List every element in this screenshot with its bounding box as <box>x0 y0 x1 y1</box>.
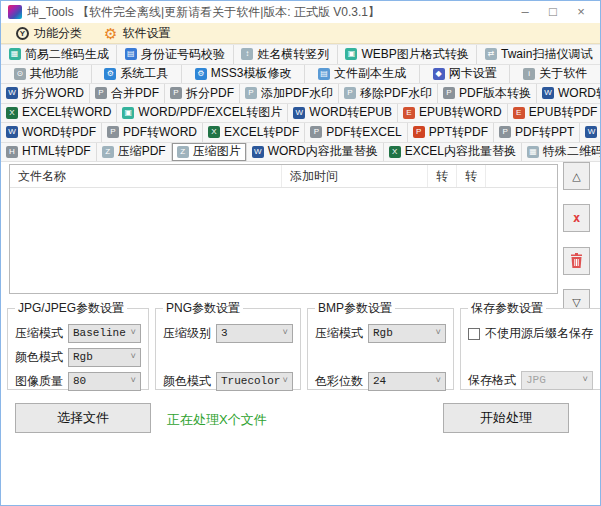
toolbar-button-twain-scanner-debug[interactable]: ⇄Twain扫描仪调试 <box>477 45 600 64</box>
jpg-color-mode-select[interactable]: Rgb ˅ <box>68 348 141 367</box>
field-label: 压缩模式 <box>315 325 363 342</box>
select-value: JPG <box>526 374 546 386</box>
toolbar-button-add-pdf-watermark[interactable]: P添加PDF水印 <box>240 84 339 103</box>
toolbar-button-pdf-to-ppt[interactable]: PPDF转PPT <box>494 123 580 142</box>
app-window: 坤_Tools 【软件完全离线|更新请看关于软件|版本: 正式版 V0.3.1】… <box>0 0 601 506</box>
toolbar-button-split-pdf[interactable]: P拆分PDF <box>165 84 240 103</box>
chevron-down-icon: ˅ <box>436 376 441 386</box>
add-pdf-watermark-icon: P <box>245 87 257 99</box>
toolbar-button-other-functions[interactable]: ⊙其他功能 <box>1 65 92 84</box>
start-process-button[interactable]: 开始处理 <box>443 403 569 433</box>
toolbar-button-pdf-to-excel[interactable]: PPDF转EXCEL <box>305 123 407 142</box>
toolbar-button-compress-image[interactable]: Z压缩图片 <box>172 143 247 162</box>
pdf-to-excel-icon: P <box>310 126 322 138</box>
toolbar-button-network-card-settings[interactable]: ◆网卡设置 <box>420 65 511 84</box>
maximize-button[interactable]: □ <box>539 2 567 22</box>
chevron-down-icon: ˅ <box>436 328 441 338</box>
pdf-version-convert-icon: P <box>443 87 455 99</box>
png-compress-level-select[interactable]: 3 ˅ <box>216 324 293 343</box>
toolbar-button-merge-word[interactable]: W合并WORD <box>580 123 601 142</box>
bmp-compress-mode-select[interactable]: Rgb ˅ <box>368 324 446 343</box>
toolbar-button-file-copy-generate[interactable]: ▤文件副本生成 <box>305 65 420 84</box>
toolbar-button-special-qr-check[interactable]: ▦特殊二维码校验 <box>522 143 601 162</box>
select-value: 3 <box>221 327 228 339</box>
jpg-image-quality-select[interactable]: 80 ˅ <box>68 372 141 391</box>
menu-software-settings[interactable]: ⚙ 软件设置 <box>93 23 181 43</box>
network-card-settings-icon: ◆ <box>433 68 445 80</box>
toolbar-button-label: 合并PDF <box>111 85 159 102</box>
toolbar-button-label: WORD/PDF/EXCEL转图片 <box>138 104 282 121</box>
window-controls: – □ × <box>511 2 595 22</box>
toolbar-button-epub-to-pdf[interactable]: EEPUB转PDF <box>508 104 601 123</box>
column-header-added-time[interactable]: 添加时间 <box>282 165 428 187</box>
toolbar-button-label: WEBP图片格式转换 <box>361 46 468 63</box>
toolbar-button-about-software[interactable]: i关于软件 <box>510 65 600 84</box>
png-color-mode-select[interactable]: Truecolor ˅ <box>216 372 293 391</box>
id-number-check-icon: ▤ <box>125 48 137 60</box>
excel-to-word-icon: X <box>6 107 18 119</box>
move-up-button[interactable]: △ <box>563 162 590 190</box>
menu-bar: Y 功能分类 ⚙ 软件设置 <box>1 23 600 44</box>
merge-pdf-icon: P <box>95 87 107 99</box>
toolbar-button-excel-to-pdf[interactable]: XEXCEL转PDF <box>203 123 305 142</box>
toolbar-button-pdf-to-word[interactable]: PPDF转WORD <box>102 123 203 142</box>
toolbar-button-label: 特殊二维码校验 <box>543 143 601 160</box>
column-header-filename[interactable]: 文件名称 <box>10 165 282 187</box>
status-text: 正在处理X个文件 <box>167 411 267 429</box>
toolbar-button-excel-to-word[interactable]: XEXCEL转WORD <box>1 104 117 123</box>
chevron-down-icon: ˅ <box>131 328 136 338</box>
save-params-section: 保存参数设置 不使用源后缀名保存 保存格式 JPG ˅ <box>460 300 601 390</box>
column-header-convert-1[interactable]: 转 <box>428 165 457 187</box>
select-files-button[interactable]: 选择文件 <box>15 403 151 433</box>
toolbar-button-word-batch-replace[interactable]: WWORD内容批量替换 <box>247 143 384 162</box>
toolbar-button-mss3-template-edit[interactable]: ⚙MSS3模板修改 <box>182 65 305 84</box>
toolbar-button-label: 移除PDF水印 <box>360 85 432 102</box>
toolbar-button-compress-pdf[interactable]: Z压缩PDF <box>97 143 172 162</box>
excel-to-pdf-icon: X <box>208 126 220 138</box>
toolbar-button-remove-pdf-watermark[interactable]: P移除PDF水印 <box>339 84 438 103</box>
toolbar-button-html-to-pdf[interactable]: HHTML转PDF <box>1 143 97 162</box>
field-label: 压缩级别 <box>163 325 211 342</box>
webp-convert-icon: ▣ <box>345 48 357 60</box>
menu-function-category[interactable]: Y 功能分类 <box>5 23 93 43</box>
toolbar-button-split-word[interactable]: W拆分WORD <box>1 84 90 103</box>
toolbar-button-epub-to-word[interactable]: EEPUB转WORD <box>398 104 508 123</box>
clear-list-button[interactable] <box>563 247 590 275</box>
toolbar-button-word-to-epub[interactable]: WWORD转EPUB <box>288 104 398 123</box>
compress-pdf-icon: Z <box>102 146 114 158</box>
field-label: 颜色模式 <box>163 373 211 390</box>
minimize-button[interactable]: – <box>511 2 539 22</box>
toolbar-button-word-to-pdf[interactable]: WWORD转PDF <box>1 123 102 142</box>
field-label: 压缩模式 <box>15 325 63 342</box>
toolbar-button-office-to-image[interactable]: ▣WORD/PDF/EXCEL转图片 <box>117 104 288 123</box>
toolbar-button-merge-pdf[interactable]: P合并PDF <box>90 84 165 103</box>
toolbar-button-id-number-check[interactable]: ▤身份证号码校验 <box>117 45 233 64</box>
jpg-compress-mode-select[interactable]: Baseline ˅ <box>68 324 141 343</box>
toolbar-button-ppt-to-pdf[interactable]: PPPT转PDF <box>408 123 494 142</box>
toolbar-button-name-transpose[interactable]: ↕姓名横转竖列 <box>234 45 338 64</box>
section-title: JPG/JPEG参数设置 <box>15 300 127 317</box>
toolbar-button-system-tools[interactable]: ⚙系统工具 <box>92 65 183 84</box>
no-source-suffix-checkbox[interactable]: 不使用源后缀名保存 <box>468 325 593 342</box>
chevron-down-icon: ˅ <box>283 376 288 386</box>
toolbar-button-label: WORD内容批量替换 <box>268 143 378 160</box>
bmp-color-depth-select[interactable]: 24 ˅ <box>368 372 446 391</box>
toolbar-row: ▦简易二维码生成▤身份证号码校验↕姓名横转竖列▣WEBP图片格式转换⇄Twain… <box>1 45 600 65</box>
select-value: Truecolor <box>221 375 280 387</box>
twain-scanner-debug-icon: ⇄ <box>485 48 497 60</box>
toolbar-button-webp-convert[interactable]: ▣WEBP图片格式转换 <box>338 45 478 64</box>
toolbar-button-label: 其他功能 <box>30 65 78 82</box>
word-batch-replace-icon: W <box>252 146 264 158</box>
office-to-image-icon: ▣ <box>122 107 134 119</box>
column-header-convert-2[interactable]: 转 <box>457 165 486 187</box>
toolbar-button-word-to-excel[interactable]: WWORD转EXCEL <box>537 84 601 103</box>
toolbar-row: WWORD转PDFPPDF转WORDXEXCEL转PDFPPDF转EXCELPP… <box>1 123 600 143</box>
file-list[interactable]: 文件名称 添加时间 转 转 <box>9 164 558 294</box>
toolbar-button-qr-generate[interactable]: ▦简易二维码生成 <box>1 45 117 64</box>
toolbar-button-label: 文件副本生成 <box>334 65 406 82</box>
toolbar-button-label: 简易二维码生成 <box>25 46 109 63</box>
close-button[interactable]: × <box>567 2 595 22</box>
toolbar-button-excel-batch-replace[interactable]: XEXCEL内容批量替换 <box>384 143 522 162</box>
toolbar-button-pdf-version-convert[interactable]: PPDF版本转换 <box>438 84 537 103</box>
remove-file-button[interactable]: x <box>563 204 590 232</box>
